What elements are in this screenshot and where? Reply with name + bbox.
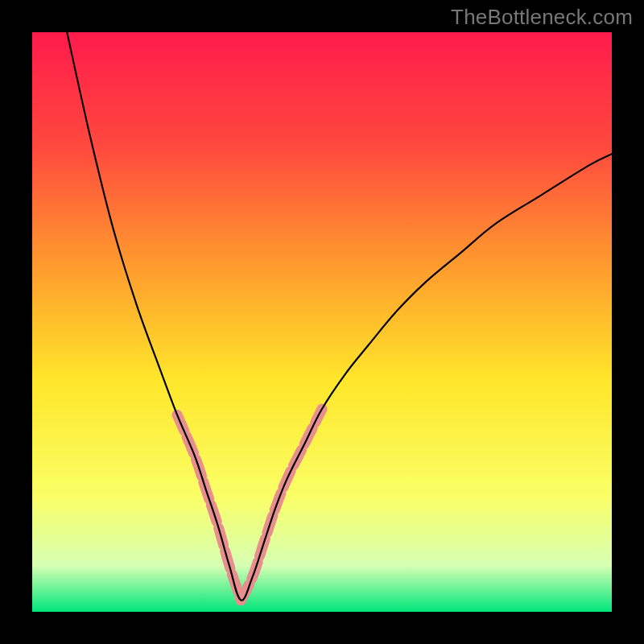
overlay-segment — [241, 409, 322, 601]
chart-frame: TheBottleneck.com — [0, 0, 644, 644]
bottleneck-curve — [67, 32, 612, 601]
curve-layer — [32, 32, 612, 612]
overlay-band — [177, 409, 322, 601]
plot-area — [32, 32, 612, 612]
watermark-text: TheBottleneck.com — [451, 5, 633, 30]
